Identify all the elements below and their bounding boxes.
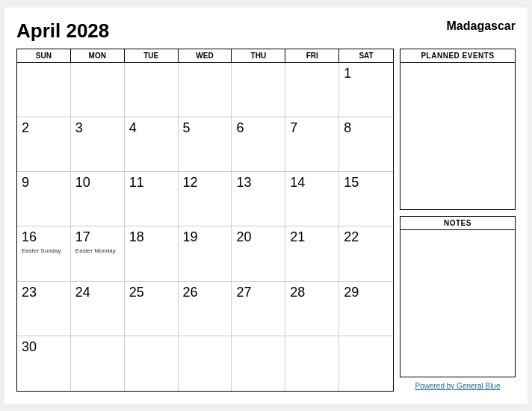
planned-events-content bbox=[400, 63, 515, 209]
powered-by-link[interactable]: Powered by General Blue bbox=[415, 382, 501, 390]
calendar-cell: 17Easter Monday bbox=[71, 226, 125, 281]
calendar-cell: 21 bbox=[285, 226, 339, 281]
cell-day-number: 17 bbox=[75, 229, 120, 246]
calendar-cell bbox=[285, 336, 339, 391]
calendar-cell bbox=[339, 336, 393, 391]
calendar-cell: 28 bbox=[285, 282, 339, 336]
notes-title: NOTES bbox=[400, 217, 515, 230]
country-label: Madagascar bbox=[447, 19, 516, 33]
cell-day-number: 20 bbox=[236, 229, 280, 246]
cell-day-number: 6 bbox=[236, 120, 280, 137]
calendar-cell bbox=[125, 63, 179, 117]
calendar-cell: 29 bbox=[339, 282, 393, 336]
calendar-cell: 7 bbox=[285, 117, 339, 172]
calendar-cell: 26 bbox=[179, 282, 232, 336]
calendar-cell bbox=[125, 336, 179, 391]
page-title: April 2028 bbox=[16, 19, 109, 43]
notes-content bbox=[400, 230, 515, 377]
cell-event-label: Easter Monday bbox=[75, 247, 120, 255]
calendar-cell: 24 bbox=[71, 282, 125, 336]
powered-by: Powered by General Blue bbox=[400, 380, 516, 392]
cell-day-number: 21 bbox=[290, 229, 334, 246]
cell-day-number: 28 bbox=[290, 285, 334, 301]
day-header: SUN bbox=[17, 49, 71, 62]
calendar-cell: 25 bbox=[125, 282, 179, 336]
calendar-cell bbox=[179, 336, 232, 391]
calendar-cell: 4 bbox=[125, 117, 179, 172]
day-header: FRI bbox=[285, 49, 339, 62]
calendar-cell: 5 bbox=[179, 117, 232, 172]
calendar-cell bbox=[285, 63, 339, 117]
calendar-cell: 27 bbox=[232, 282, 285, 336]
planned-events-title: PLANNED EVENTS bbox=[400, 49, 515, 63]
day-header: MON bbox=[71, 49, 125, 62]
cell-day-number: 2 bbox=[22, 120, 66, 137]
calendar-cell: 9 bbox=[17, 172, 71, 226]
calendar-cell bbox=[179, 63, 232, 117]
calendar-cell: 16Easter Sunday bbox=[17, 226, 71, 281]
calendar-grid: 12345678910111213141516Easter Sunday17Ea… bbox=[17, 63, 393, 391]
cell-day-number: 14 bbox=[290, 175, 334, 191]
day-header: THU bbox=[232, 49, 285, 62]
calendar-cell: 19 bbox=[179, 226, 232, 281]
calendar-cell: 11 bbox=[125, 172, 179, 226]
calendar-cell: 18 bbox=[125, 226, 179, 281]
calendar-page: April 2028 Madagascar SUNMONTUEWEDTHUFRI… bbox=[4, 7, 528, 404]
cell-day-number: 25 bbox=[129, 285, 173, 301]
notes-box: NOTES bbox=[400, 216, 516, 377]
calendar-cell: 22 bbox=[339, 226, 393, 281]
calendar-cell: 20 bbox=[232, 226, 285, 281]
cell-day-number: 1 bbox=[344, 66, 389, 82]
calendar-cell: 14 bbox=[285, 172, 339, 226]
calendar-cell bbox=[71, 336, 125, 391]
calendar-cell: 10 bbox=[71, 172, 125, 226]
calendar-cell bbox=[232, 336, 285, 391]
header: April 2028 Madagascar bbox=[16, 19, 516, 43]
cell-day-number: 24 bbox=[75, 285, 120, 301]
cell-day-number: 8 bbox=[344, 120, 389, 137]
day-headers: SUNMONTUEWEDTHUFRISAT bbox=[17, 49, 393, 63]
calendar-cell: 30 bbox=[17, 336, 71, 391]
calendar-cell bbox=[232, 63, 285, 117]
cell-day-number: 29 bbox=[344, 285, 389, 301]
cell-day-number: 26 bbox=[183, 285, 227, 301]
calendar-cell: 2 bbox=[17, 117, 71, 172]
cell-day-number: 3 bbox=[75, 120, 120, 137]
cell-day-number: 16 bbox=[22, 229, 66, 246]
sidebar: PLANNED EVENTS NOTES Powered by General … bbox=[400, 49, 516, 392]
day-header: TUE bbox=[125, 49, 179, 62]
calendar-cell bbox=[17, 63, 71, 117]
cell-day-number: 15 bbox=[344, 175, 389, 191]
calendar-cell: 3 bbox=[71, 117, 125, 172]
calendar-cell: 15 bbox=[339, 172, 393, 226]
cell-day-number: 11 bbox=[129, 175, 173, 191]
cell-day-number: 4 bbox=[129, 120, 173, 137]
main-content: SUNMONTUEWEDTHUFRISAT 123456789101112131… bbox=[16, 49, 516, 392]
calendar-cell: 13 bbox=[232, 172, 285, 226]
calendar-cell bbox=[71, 63, 125, 117]
cell-day-number: 27 bbox=[236, 285, 280, 301]
planned-events-box: PLANNED EVENTS bbox=[400, 49, 516, 210]
calendar-cell: 23 bbox=[17, 282, 71, 336]
day-header: SAT bbox=[339, 49, 393, 62]
calendar-cell: 6 bbox=[232, 117, 285, 172]
cell-day-number: 12 bbox=[183, 175, 227, 191]
cell-day-number: 18 bbox=[129, 229, 173, 246]
cell-day-number: 19 bbox=[183, 229, 227, 246]
day-header: WED bbox=[179, 49, 232, 62]
cell-day-number: 5 bbox=[183, 120, 227, 137]
calendar-section: SUNMONTUEWEDTHUFRISAT 123456789101112131… bbox=[16, 49, 394, 392]
cell-day-number: 10 bbox=[75, 175, 120, 191]
cell-day-number: 30 bbox=[22, 339, 66, 356]
cell-day-number: 9 bbox=[22, 175, 66, 191]
cell-day-number: 7 bbox=[290, 120, 334, 137]
cell-day-number: 22 bbox=[344, 229, 389, 246]
cell-day-number: 23 bbox=[22, 285, 66, 301]
cell-event-label: Easter Sunday bbox=[22, 247, 66, 255]
calendar-cell: 1 bbox=[339, 63, 393, 117]
calendar-cell: 8 bbox=[339, 117, 393, 172]
calendar-cell: 12 bbox=[179, 172, 232, 226]
cell-day-number: 13 bbox=[236, 175, 280, 191]
